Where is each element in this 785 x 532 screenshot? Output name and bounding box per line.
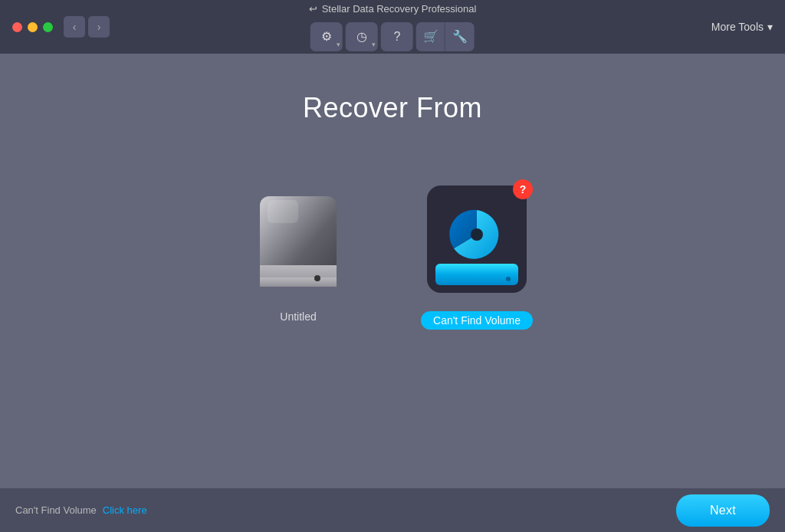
help-button[interactable]: ? <box>381 22 413 51</box>
drive-untitled-label: Untitled <box>280 310 316 323</box>
blue-drive-wrapper: ? <box>427 186 527 300</box>
pie-chart-svg <box>442 206 511 264</box>
traffic-lights <box>12 22 53 32</box>
bottom-bar: Can't Find Volume Click here Next <box>0 488 785 532</box>
nav-buttons: ‹ › <box>64 16 110 38</box>
cart-icon: 🛒 <box>423 29 438 44</box>
app-title-bar: ↩ Stellar Data Recovery Professional <box>309 3 477 15</box>
gray-drive-svg <box>252 192 344 300</box>
close-button[interactable] <box>12 22 22 32</box>
svg-rect-4 <box>268 200 298 223</box>
settings-icon: ⚙ <box>321 29 332 44</box>
main-content: Recover From <box>0 54 785 532</box>
nav-back-button[interactable]: ‹ <box>64 16 85 38</box>
svg-rect-2 <box>260 277 337 287</box>
next-button[interactable]: Next <box>676 494 770 527</box>
question-icon: ? <box>520 183 527 195</box>
toolbar-group: ⚙ ◷ ? 🛒 🔧 <box>310 22 475 51</box>
cart-button[interactable]: 🛒 <box>416 22 445 51</box>
app-title-text: Stellar Data Recovery Professional <box>322 3 477 15</box>
drive-cant-find-label: Can't Find Volume <box>421 311 533 330</box>
drive-cant-find-volume[interactable]: ? <box>421 186 533 330</box>
gray-drive-icon <box>252 192 344 300</box>
svg-point-3 <box>314 275 320 281</box>
more-tools-arrow-icon: ▾ <box>767 21 773 33</box>
purchase-tools: 🛒 🔧 <box>416 22 475 51</box>
drive-untitled[interactable]: Untitled <box>252 192 344 323</box>
history-icon: ◷ <box>356 29 367 44</box>
help-icon: ? <box>394 30 401 44</box>
drives-container: Untitled ? <box>252 186 533 330</box>
wrench-button[interactable]: 🔧 <box>445 22 475 51</box>
undo-icon: ↩ <box>309 3 317 15</box>
history-button[interactable]: ◷ <box>346 22 378 51</box>
titlebar: ‹ › ↩ Stellar Data Recovery Professional… <box>0 0 785 54</box>
page-title: Recover From <box>303 92 482 124</box>
nav-forward-button[interactable]: › <box>88 16 110 38</box>
svg-point-5 <box>471 228 483 241</box>
question-badge: ? <box>513 179 533 199</box>
wrench-icon: 🔧 <box>452 29 468 44</box>
more-tools-label: More Tools <box>711 21 764 33</box>
minimize-button[interactable] <box>28 22 38 32</box>
blue-drive-bg: ? <box>427 186 527 293</box>
maximize-button[interactable] <box>43 22 53 32</box>
blue-drive-body <box>435 193 519 285</box>
titlebar-center: ↩ Stellar Data Recovery Professional ⚙ ◷… <box>309 3 477 51</box>
settings-button[interactable]: ⚙ <box>310 22 343 51</box>
bottom-status: Can't Find Volume Click here <box>15 504 147 516</box>
status-text: Can't Find Volume <box>15 504 97 516</box>
more-tools-menu[interactable]: More Tools ▾ <box>711 21 773 33</box>
click-here-link[interactable]: Click here <box>103 504 147 516</box>
